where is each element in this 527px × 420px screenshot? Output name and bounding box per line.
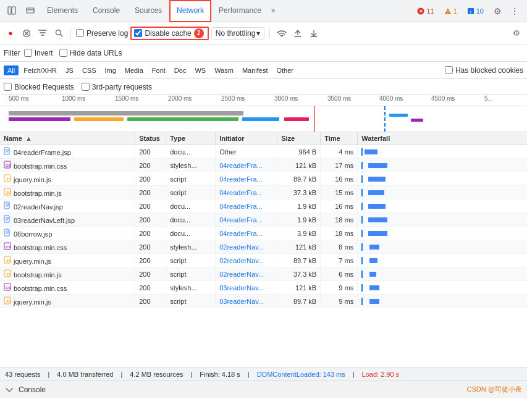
cell-name: 04readerFrame.jsp — [0, 145, 135, 159]
resources-size: 4.2 MB resources — [130, 371, 183, 378]
invert-input[interactable] — [24, 49, 32, 57]
svg-line-14 — [61, 35, 62, 36]
type-manifest[interactable]: Manifest — [238, 65, 272, 75]
devtools-content: ● Preserve log Disable cache — [0, 22, 527, 398]
table-row[interactable]: 02readerNav.jsp 200 docu... 04readerFra.… — [0, 200, 527, 213]
requests-table-wrapper[interactable]: Name ▲ Status Type Initiator Size Time W… — [0, 132, 527, 367]
type-ws[interactable]: WS — [191, 65, 209, 75]
tab-undock-icon[interactable] — [21, 0, 40, 22]
tab-dock-icon[interactable] — [2, 0, 21, 22]
col-header-type[interactable]: Type — [166, 132, 216, 145]
type-js[interactable]: JS — [62, 65, 77, 75]
filter-button[interactable] — [36, 27, 49, 40]
type-media[interactable]: Media — [121, 65, 147, 75]
settings-icon[interactable]: ⚙ — [490, 4, 505, 19]
cell-status: 200 — [135, 186, 166, 200]
col-header-waterfall[interactable]: Waterfall — [358, 132, 527, 145]
svg-text:JS: JS — [6, 259, 11, 262]
network-settings-icon[interactable]: ⚙ — [510, 27, 523, 40]
tab-sources[interactable]: Sources — [127, 0, 169, 22]
table-row[interactable]: CSSbootstrap.min.css 200 stylesh... 03re… — [0, 281, 527, 295]
console-expand-icon[interactable] — [5, 385, 14, 394]
table-row[interactable]: JSjquery.min.js 200 script 03readerNav..… — [0, 295, 527, 308]
hide-data-urls-checkbox[interactable]: Hide data URLs — [59, 49, 122, 57]
table-row[interactable]: JSbootstrap.min.js 200 script 04readerFr… — [0, 186, 527, 200]
svg-text:✕: ✕ — [419, 9, 423, 14]
tab-network[interactable]: Network — [169, 0, 211, 22]
file-type-icon: JS — [4, 298, 11, 306]
type-other[interactable]: Other — [272, 65, 297, 75]
tab-elements[interactable]: Elements — [40, 0, 85, 22]
clear-button[interactable] — [20, 27, 33, 40]
tab-console[interactable]: Console — [85, 0, 127, 22]
type-all[interactable]: All — [4, 65, 19, 75]
col-header-time[interactable]: Time — [321, 132, 358, 145]
has-blocked-cookies-input[interactable] — [445, 66, 453, 74]
cell-name: JSjquery.min.js — [0, 254, 135, 267]
has-blocked-cookies-checkbox[interactable]: Has blocked cookies — [445, 66, 523, 75]
type-css[interactable]: CSS — [78, 65, 100, 75]
col-header-size[interactable]: Size — [277, 132, 321, 145]
record-button[interactable]: ● — [4, 27, 17, 40]
table-row[interactable]: JSjquery.min.js 200 script 02readerNav..… — [0, 254, 527, 267]
cell-time: 17 ms — [321, 159, 358, 172]
cell-type: stylesh... — [166, 240, 216, 254]
col-header-name[interactable]: Name ▲ — [0, 132, 135, 145]
table-row[interactable]: JSbootstrap.min.js 200 script 02readerNa… — [0, 267, 527, 281]
warning-badge[interactable]: ! 1 — [441, 6, 461, 17]
cell-status: 200 — [135, 254, 166, 267]
invert-checkbox[interactable]: Invert — [24, 49, 53, 57]
type-fetch-xhr[interactable]: Fetch/XHR — [20, 65, 61, 75]
upload-icon[interactable] — [291, 27, 305, 40]
console-tab-label[interactable]: Console — [19, 385, 46, 394]
third-party-input[interactable] — [82, 83, 90, 91]
download-icon[interactable] — [307, 27, 321, 40]
type-wasm[interactable]: Wasm — [211, 65, 237, 75]
wifi-icon[interactable] — [275, 27, 289, 40]
cell-type: script — [166, 172, 216, 186]
file-type-icon: JS — [4, 271, 11, 279]
cell-status: 200 — [135, 159, 166, 172]
table-body: 04readerFrame.jsp 200 docu... Other 964 … — [0, 145, 527, 308]
blocked-requests-input[interactable] — [4, 83, 12, 91]
type-img[interactable]: Img — [101, 65, 120, 75]
status-bar: 43 requests | 4.0 MB transferred | 4.2 M… — [0, 367, 527, 380]
tab-more[interactable]: » — [269, 0, 278, 22]
third-party-checkbox[interactable]: 3rd-party requests — [82, 83, 152, 91]
watermark: CSDN @司徒小夜 — [467, 385, 522, 394]
table-row[interactable]: JSjquery.min.js 200 script 04readerFra..… — [0, 172, 527, 186]
col-header-initiator[interactable]: Initiator — [216, 132, 277, 145]
table-row[interactable]: 06borrow.jsp 200 docu... 04readerFra... … — [0, 227, 527, 240]
cell-status: 200 — [135, 172, 166, 186]
type-font[interactable]: Font — [148, 65, 169, 75]
timeline-marker-blue — [384, 106, 386, 132]
cell-name: CSSbootstrap.min.css — [0, 281, 135, 295]
preserve-log-checkbox[interactable]: Preserve log — [76, 29, 128, 38]
cell-name: JSjquery.min.js — [0, 295, 135, 308]
table-row[interactable]: CSSbootstrap.min.css 200 stylesh... 04re… — [0, 159, 527, 172]
svg-text:JS: JS — [6, 300, 11, 303]
search-button[interactable] — [52, 27, 65, 40]
throttle-selector[interactable]: No throttling ▾ — [211, 27, 265, 40]
preserve-log-input[interactable] — [76, 29, 84, 37]
table-row[interactable]: 04readerFrame.jsp 200 docu... Other 964 … — [0, 145, 527, 159]
col-header-status[interactable]: Status — [135, 132, 166, 145]
cell-time: 16 ms — [321, 200, 358, 213]
blocked-requests-checkbox[interactable]: Blocked Requests — [4, 83, 74, 91]
cell-time: 8 ms — [321, 240, 358, 254]
finish-time: Finish: 4.18 s — [200, 371, 240, 378]
hide-data-urls-input[interactable] — [59, 49, 67, 57]
cell-status: 200 — [135, 281, 166, 295]
tab-performance[interactable]: Performance — [211, 0, 269, 22]
more-options-icon[interactable]: ⋮ — [507, 4, 522, 19]
cell-size: 121 kB — [277, 281, 321, 295]
cell-initiator: 03readerNav... — [216, 281, 277, 295]
error-badge[interactable]: ✕ 11 — [413, 6, 437, 17]
table-row[interactable]: CSSbootstrap.min.css 200 stylesh... 02re… — [0, 240, 527, 254]
info-badge[interactable]: i 10 — [463, 6, 487, 17]
table-row[interactable]: 03readerNavLeft.jsp 200 docu... 04reader… — [0, 213, 527, 227]
svg-point-15 — [281, 36, 282, 37]
disable-cache-input[interactable] — [134, 29, 142, 37]
disable-cache-checkbox[interactable]: Disable cache — [134, 29, 191, 38]
type-doc[interactable]: Doc — [171, 65, 190, 75]
